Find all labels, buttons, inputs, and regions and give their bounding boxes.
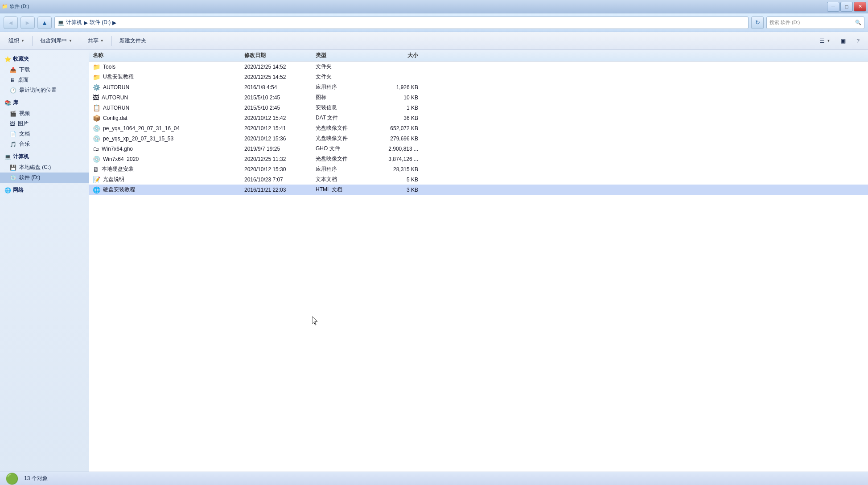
status-bar: 🟢 13 个对象 xyxy=(0,472,868,485)
file-list: 📁 Tools 2020/12/25 14:52 文件夹 📁 U盘安装教程 20… xyxy=(89,62,868,195)
minimize-button[interactable]: ─ xyxy=(827,2,839,12)
sidebar-network-label: 网络 xyxy=(13,186,24,194)
file-type: 安装信息 xyxy=(316,104,374,111)
new-folder-button[interactable]: 新建文件夹 xyxy=(115,34,151,48)
file-name: AUTORUN xyxy=(103,84,129,90)
refresh-button[interactable]: ↻ xyxy=(751,16,764,29)
table-row[interactable]: 🖼 AUTORUN 2015/5/10 2:45 图标 10 KB xyxy=(89,92,868,103)
file-type: 文件夹 xyxy=(316,63,374,70)
up-button[interactable]: ▲ xyxy=(37,16,52,29)
sidebar-item-picture[interactable]: 🖼 图片 xyxy=(0,119,89,129)
forward-button[interactable]: ► xyxy=(21,16,35,29)
search-bar[interactable]: 搜索 软件 (D:) 🔍 xyxy=(766,16,864,29)
file-date: 2016/1/8 4:54 xyxy=(244,84,316,90)
sidebar-computer-label: 计算机 xyxy=(13,153,29,160)
table-row[interactable]: 📁 Tools 2020/12/25 14:52 文件夹 xyxy=(89,62,868,72)
file-icon: 🖼 xyxy=(93,94,99,101)
file-name: pe_yqs_1064_20_07_31_16_04 xyxy=(103,125,180,132)
file-icon: 🌐 xyxy=(93,186,100,193)
file-icon: 📁 xyxy=(93,74,100,81)
sidebar-favorites-header: ⭐ 收藏夹 xyxy=(0,53,89,65)
star-icon: ⭐ xyxy=(4,56,11,62)
file-icon: 💿 xyxy=(93,125,100,132)
share-button[interactable]: 共享 ▼ xyxy=(83,34,109,48)
sidebar-item-drive-c[interactable]: 💾 本地磁盘 (C:) xyxy=(0,162,89,173)
table-row[interactable]: 💿 Win7x64_2020 2020/12/25 11:32 光盘映像文件 3… xyxy=(89,154,868,164)
file-date: 2020/12/25 14:52 xyxy=(244,74,316,80)
file-icon: 💿 xyxy=(93,156,100,163)
breadcrumb-separator2: ▶ xyxy=(112,20,116,26)
title-bar-controls: ─ □ ✕ xyxy=(827,2,866,12)
sidebar-network-header: 🌐 网络 xyxy=(0,185,89,196)
preview-pane-button[interactable]: ▣ xyxy=(836,34,851,48)
table-row[interactable]: 🌐 硬盘安装教程 2016/11/21 22:03 HTML 文档 3 KB xyxy=(89,185,868,195)
close-button[interactable]: ✕ xyxy=(854,2,866,12)
organize-button[interactable]: 组织 ▼ xyxy=(4,34,29,48)
file-type: 文件夹 xyxy=(316,73,374,81)
table-row[interactable]: 💿 pe_yqs_1064_20_07_31_16_04 2020/10/12 … xyxy=(89,123,868,133)
sidebar-item-recent[interactable]: 🕐 最近访问的位置 xyxy=(0,85,89,95)
desktop-icon: 🖥 xyxy=(10,77,15,83)
music-icon: 🎵 xyxy=(10,141,16,148)
address-bar: ◄ ► ▲ 💻 计算机 ▶ 软件 (D:) ▶ ↻ 搜索 软件 (D:) 🔍 xyxy=(0,13,868,32)
maximize-button[interactable]: □ xyxy=(840,2,853,12)
table-row[interactable]: 📁 U盘安装教程 2020/12/25 14:52 文件夹 xyxy=(89,72,868,82)
file-icon: ⚙️ xyxy=(93,84,100,91)
breadcrumb-drive[interactable]: 软件 (D:) xyxy=(90,19,111,26)
file-list-header: 名称 修改日期 类型 大小 xyxy=(89,50,868,62)
help-button[interactable]: ? xyxy=(852,34,864,48)
include-chevron: ▼ xyxy=(69,39,72,43)
table-row[interactable]: 📦 Config.dat 2020/10/12 15:42 DAT 文件 36 … xyxy=(89,113,868,123)
file-icon: 🖥 xyxy=(93,166,99,173)
view-options-button[interactable]: ☰ ▼ xyxy=(815,34,835,48)
column-type[interactable]: 类型 xyxy=(316,52,374,59)
column-name[interactable]: 名称 xyxy=(93,52,244,59)
computer-icon: 💻 xyxy=(4,154,11,160)
file-type: GHO 文件 xyxy=(316,145,374,152)
toolbar: 组织 ▼ 包含到库中 ▼ 共享 ▼ 新建文件夹 ☰ ▼ ▣ ? xyxy=(0,32,868,50)
sidebar-item-document[interactable]: 📄 文档 xyxy=(0,129,89,139)
file-date: 2016/10/23 7:07 xyxy=(244,177,316,183)
sidebar-item-video[interactable]: 🎬 视频 xyxy=(0,108,89,119)
table-row[interactable]: 💿 pe_yqs_xp_20_07_31_15_53 2020/10/12 15… xyxy=(89,133,868,144)
sidebar-document-label: 文档 xyxy=(19,130,30,138)
content-area: 名称 修改日期 类型 大小 📁 Tools 2020/12/25 14:52 文… xyxy=(89,50,868,472)
file-name: Config.dat xyxy=(103,115,128,121)
column-date[interactable]: 修改日期 xyxy=(244,52,316,59)
sidebar-recent-label: 最近访问的位置 xyxy=(19,86,57,94)
title-bar: 📁 软件 (D:) ─ □ ✕ xyxy=(0,0,868,13)
breadcrumb[interactable]: 💻 计算机 ▶ 软件 (D:) ▶ xyxy=(54,16,749,29)
file-type: 光盘映像文件 xyxy=(316,155,374,163)
file-type: 光盘映像文件 xyxy=(316,135,374,142)
sidebar-network-section: 🌐 网络 xyxy=(0,185,89,196)
breadcrumb-computer[interactable]: 计算机 xyxy=(66,19,82,26)
file-size: 652,072 KB xyxy=(374,125,427,132)
sidebar-computer-header: 💻 计算机 xyxy=(0,151,89,162)
window-icon: 📁 xyxy=(2,4,8,9)
sidebar-item-music[interactable]: 🎵 音乐 xyxy=(0,139,89,149)
file-type: HTML 文档 xyxy=(316,186,374,193)
column-size[interactable]: 大小 xyxy=(374,52,427,59)
sidebar-item-desktop[interactable]: 🖥 桌面 xyxy=(0,75,89,85)
breadcrumb-separator: ▶ xyxy=(84,20,88,26)
library-icon: 📚 xyxy=(4,100,11,106)
file-size: 5 KB xyxy=(374,177,427,183)
file-size: 279,696 KB xyxy=(374,136,427,142)
file-type: 应用程序 xyxy=(316,83,374,91)
table-row[interactable]: 🗂 Win7x64.gho 2019/9/7 19:25 GHO 文件 2,90… xyxy=(89,144,868,154)
toolbar-separator-3 xyxy=(111,36,112,46)
include-button[interactable]: 包含到库中 ▼ xyxy=(35,34,77,48)
back-button[interactable]: ◄ xyxy=(4,16,18,29)
sidebar-item-drive-d[interactable]: 💿 软件 (D:) xyxy=(0,173,89,183)
file-size: 3 KB xyxy=(374,187,427,193)
sidebar-item-download[interactable]: 📥 下载 xyxy=(0,65,89,75)
sidebar-music-label: 音乐 xyxy=(19,140,30,148)
table-row[interactable]: ⚙️ AUTORUN 2016/1/8 4:54 应用程序 1,926 KB xyxy=(89,82,868,92)
table-row[interactable]: 🖥 本地硬盘安装 2020/10/12 15:30 应用程序 28,315 KB xyxy=(89,164,868,174)
file-size: 1,926 KB xyxy=(374,84,427,90)
status-app-icon: 🟢 xyxy=(5,473,19,485)
video-icon: 🎬 xyxy=(10,111,16,117)
table-row[interactable]: 📋 AUTORUN 2015/5/10 2:45 安装信息 1 KB xyxy=(89,103,868,113)
sidebar-drive-c-label: 本地磁盘 (C:) xyxy=(19,164,51,171)
table-row[interactable]: 📝 光盘说明 2016/10/23 7:07 文本文档 5 KB xyxy=(89,174,868,185)
